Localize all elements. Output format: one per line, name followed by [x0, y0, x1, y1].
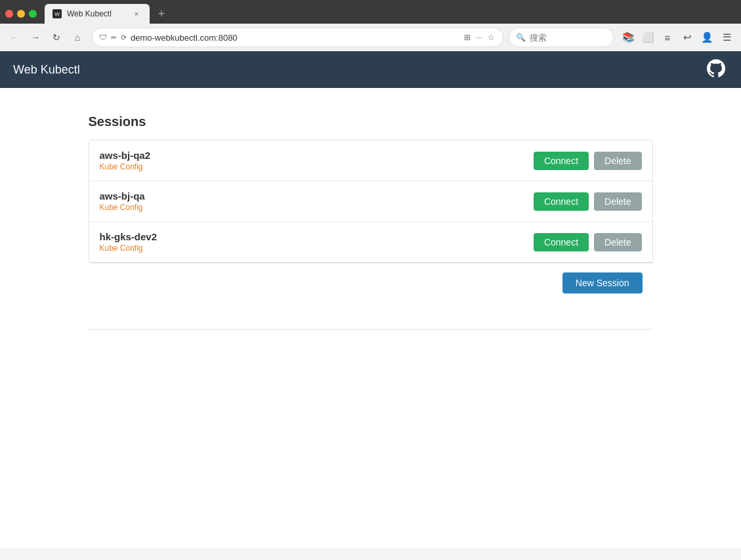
bookmark-icon[interactable]: ☆ [486, 32, 496, 43]
toolbar-icons: 📚 ⬜ ≡ ↩ 👤 ☰ [619, 28, 736, 47]
undo-icon[interactable]: ↩ [678, 28, 696, 47]
session-name: hk-gks-dev2 [100, 231, 534, 242]
sessions-container: Sessions aws-bj-qa2 Kube Config Connect … [75, 88, 666, 356]
session-type: Kube Config [100, 162, 534, 171]
session-actions: Connect Delete [534, 152, 642, 170]
tab-bar: W Web Kubectl × + [0, 0, 741, 24]
security-shield-icon: 🛡 [99, 33, 107, 42]
profile-icon[interactable]: 👤 [698, 28, 716, 47]
main-content: Sessions aws-bj-qa2 Kube Config Connect … [0, 88, 741, 548]
session-type: Kube Config [100, 244, 534, 253]
reader-icon[interactable]: ≡ [658, 28, 677, 47]
session-info: aws-bj-qa2 Kube Config [100, 150, 534, 171]
search-input[interactable] [530, 33, 606, 43]
back-button[interactable]: ← [5, 28, 24, 47]
url-input[interactable] [131, 33, 459, 43]
table-row: aws-bj-qa Kube Config Connect Delete [89, 181, 652, 222]
connect-button[interactable]: Connect [534, 192, 589, 211]
address-bar[interactable]: 🛡 ✏ ⟳ ⊞ ··· ☆ [92, 28, 503, 47]
search-icon: 🔍 [516, 33, 526, 42]
session-name: aws-bj-qa [100, 190, 534, 202]
search-bar[interactable]: 🔍 [509, 28, 614, 47]
home-button[interactable]: ⌂ [68, 28, 87, 47]
address-icons: ⊞ ··· ☆ [463, 32, 496, 43]
library-icon[interactable]: 📚 [619, 28, 637, 47]
nav-bar: ← → ↻ ⌂ 🛡 ✏ ⟳ ⊞ ··· ☆ 🔍 📚 ⬜ ≡ ↩ 👤 ☰ [0, 24, 741, 51]
new-session-button[interactable]: New Session [562, 272, 643, 293]
session-info: aws-bj-qa Kube Config [100, 190, 534, 212]
tab-favicon: W [53, 9, 62, 18]
qr-icon[interactable]: ⊞ [463, 32, 472, 43]
app-header: Web Kubectl [0, 51, 741, 88]
sessions-table: aws-bj-qa2 Kube Config Connect Delete aw… [89, 140, 653, 263]
edit-icon: ✏ [111, 33, 117, 42]
session-info: hk-gks-dev2 Kube Config [100, 231, 534, 253]
table-row: aws-bj-qa2 Kube Config Connect Delete [89, 140, 652, 181]
connect-button[interactable]: Connect [534, 233, 589, 251]
connect-button[interactable]: Connect [534, 152, 589, 170]
new-session-row: New Session [89, 263, 653, 303]
screenshot-icon[interactable]: ⬜ [639, 28, 657, 47]
table-row: hk-gks-dev2 Kube Config Connect Delete [89, 222, 652, 262]
session-name: aws-bj-qa2 [100, 150, 534, 161]
menu-icon[interactable]: ☰ [717, 28, 736, 47]
session-type: Kube Config [100, 203, 534, 212]
browser-chrome: W Web Kubectl × + ← → ↻ ⌂ 🛡 ✏ ⟳ ⊞ ··· ☆ … [0, 0, 741, 51]
more-icon[interactable]: ··· [475, 32, 484, 43]
session-actions: Connect Delete [534, 233, 642, 251]
app-title: Web Kubectl [13, 63, 80, 77]
divider [89, 329, 653, 330]
new-tab-button[interactable]: + [152, 5, 171, 23]
tab-title: Web Kubectl [67, 9, 112, 18]
delete-button[interactable]: Delete [594, 192, 641, 211]
minimize-button[interactable] [17, 10, 25, 18]
github-icon[interactable] [707, 59, 728, 80]
close-button[interactable] [5, 10, 13, 18]
tab-close-button[interactable]: × [131, 9, 142, 19]
traffic-lights [5, 10, 37, 18]
session-actions: Connect Delete [534, 192, 642, 211]
maximize-button[interactable] [29, 10, 37, 18]
active-tab[interactable]: W Web Kubectl × [45, 4, 150, 24]
refresh-icon: ⟳ [121, 33, 127, 42]
delete-button[interactable]: Delete [594, 152, 641, 170]
refresh-button[interactable]: ↻ [47, 28, 66, 47]
delete-button[interactable]: Delete [594, 233, 641, 251]
sessions-title: Sessions [89, 114, 653, 129]
forward-button[interactable]: → [26, 28, 45, 47]
